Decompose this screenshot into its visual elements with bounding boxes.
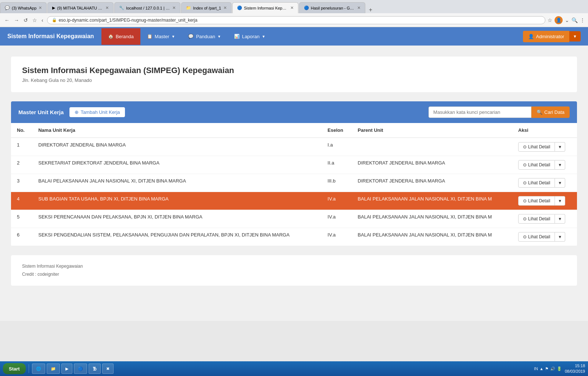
tab-icon: 📁 [186, 6, 191, 10]
tab-whatsapp[interactable]: 💬 (3) WhatsApp ✕ [0, 2, 47, 13]
tab-icon: 💬 [5, 6, 10, 10]
action-label: Lihat Detail [528, 144, 550, 149]
tab-close-icon[interactable]: ✕ [290, 6, 294, 10]
star-icon[interactable]: ☆ [548, 17, 552, 23]
address-bar: ← → ↺ ☆ ‹ 🔒 eso.ip-dynamic.com/part_1/SI… [0, 13, 588, 27]
app-navbar: Sistem Informasi Kepegawaian 🏠 Beranda 📋… [0, 27, 588, 46]
search-button[interactable]: 🔍 Cari Data [531, 106, 570, 118]
action-group: ⊙ Lihat Detail ▼ [518, 142, 571, 152]
footer-line2: Credit : codeigniter [22, 271, 566, 279]
tab-close-icon[interactable]: ✕ [39, 6, 42, 10]
tab-google[interactable]: 🔵 Hasil penelusuran - Google D... ✕ [299, 2, 365, 13]
new-tab-button[interactable]: + [366, 7, 375, 13]
tab-close-icon[interactable]: ✕ [172, 6, 176, 10]
cell-no: 1 [11, 138, 32, 156]
cell-no: 3 [11, 174, 32, 192]
lihat-detail-button[interactable]: ⊙ Lihat Detail [518, 178, 555, 188]
reload-button[interactable]: ↺ [22, 17, 29, 24]
user-icon[interactable]: 👤 [555, 16, 563, 24]
report-icon: 📊 [234, 34, 240, 39]
search-input[interactable] [429, 106, 531, 118]
action-dropdown-button[interactable]: ▼ [555, 160, 565, 170]
nav-item-master[interactable]: 📋 Master ▼ [140, 28, 182, 45]
cell-eselon: III.b [322, 174, 352, 192]
cell-aksi: ⊙ Lihat Detail ▼ [512, 138, 577, 156]
lihat-detail-button[interactable]: ⊙ Lihat Detail [518, 160, 555, 170]
bookmark-button[interactable]: ☆ [31, 17, 39, 24]
add-button-label: Tambah Unit Kerja [80, 109, 120, 115]
footer-line1: Sistem Informasi Kepegawaian [22, 263, 566, 271]
tab-index[interactable]: 📁 Index of /part_1 ✕ [181, 2, 231, 13]
tab-bar: 💬 (3) WhatsApp ✕ ▶ (9) MITHA TALAHATU - … [0, 0, 588, 13]
cell-parent: DIREKTORAT JENDERAL BINA MARGA [352, 174, 512, 192]
cell-aksi: ⊙ Lihat Detail ▼ [512, 228, 577, 246]
col-aksi: Aksi [512, 123, 577, 138]
nav-item-label: Master [155, 34, 169, 39]
tab-simpeg[interactable]: 🔵 Sistem Informasi Kepegawaia... ✕ [232, 2, 298, 13]
page-title: Sistem Informasi Kepegawaian (SIMPEG) Ke… [22, 66, 566, 75]
cell-eselon: II.a [322, 156, 352, 174]
nav-item-label: Panduan [196, 34, 215, 39]
home-icon: 🏠 [108, 34, 114, 39]
tab-close-icon[interactable]: ✕ [105, 6, 109, 10]
cell-parent: BALAI PELAKSANAAN JALAN NASIONAL XI, DIT… [352, 210, 512, 228]
cell-parent [352, 138, 512, 156]
table-row: 3 BALAI PELAKSANAAN JALAN NASIONAL XI, D… [11, 174, 577, 192]
lihat-detail-button[interactable]: ⊙ Lihat Detail [518, 142, 555, 152]
action-dropdown-button[interactable]: ▼ [555, 232, 565, 242]
cell-nama: DIREKTORAT JENDERAL BINA MARGA [32, 138, 322, 156]
action-dropdown-button[interactable]: ▼ [555, 214, 565, 224]
chevron-down-icon[interactable]: ⌄ [565, 17, 569, 23]
browser-actions: ☆ 👤 ⌄ 🔍 ⋮ [548, 16, 585, 24]
action-label: Lihat Detail [528, 162, 550, 167]
cell-eselon: I.a [322, 138, 352, 156]
action-label: Lihat Detail [528, 198, 550, 203]
col-no: No. [11, 123, 32, 138]
table-header-row: No. Nama Unit Kerja Eselon Parent Unit A… [11, 123, 577, 138]
lihat-detail-button[interactable]: ⊙ Lihat Detail [518, 214, 555, 224]
cell-no: 2 [11, 156, 32, 174]
table-row: 5 SEKSI PERENCANAAN DAN PELAKSANA, BPJN … [11, 210, 577, 228]
cell-no: 5 [11, 210, 32, 228]
cell-nama: SEKRETARIAT DIREKTORAT JENDERAL BINA MAR… [32, 156, 322, 174]
search-icon[interactable]: 🔍 [571, 17, 578, 23]
admin-button[interactable]: 👤 Administrator [523, 31, 570, 42]
cell-aksi: ⊙ Lihat Detail ▼ [512, 174, 577, 192]
tab-mitha[interactable]: ▶ (9) MITHA TALAHATU - R... ✕ [47, 2, 114, 13]
nav-item-panduan[interactable]: 💬 Panduan ▼ [182, 28, 227, 45]
cell-no: 6 [11, 228, 32, 246]
add-unit-kerja-button[interactable]: ⊕ Tambah Unit Kerja [69, 107, 125, 117]
nav-item-laporan[interactable]: 📊 Laporan ▼ [227, 28, 272, 45]
action-group: ⊙ Lihat Detail ▼ [518, 178, 571, 188]
menu-icon[interactable]: ⋮ [580, 17, 585, 23]
action-group: ⊙ Lihat Detail ▼ [518, 160, 571, 170]
action-group: ⊙ Lihat Detail ▼ [518, 196, 571, 206]
tab-phpmyadmin[interactable]: 🔧 localhost / 127.0.0.1 | phpMyA... ✕ [114, 2, 180, 13]
admin-dropdown-button[interactable]: ▼ [569, 31, 581, 41]
col-nama: Nama Unit Kerja [32, 123, 322, 138]
tab-close-icon[interactable]: ✕ [223, 6, 227, 10]
forward-button[interactable]: → [12, 17, 21, 24]
tab-icon: 🔵 [237, 6, 242, 10]
back2-button[interactable]: ‹ [40, 17, 45, 24]
lihat-detail-button[interactable]: ⊙ Lihat Detail [518, 232, 555, 242]
action-dropdown-button[interactable]: ▼ [555, 142, 565, 152]
page-footer: Sistem Informasi Kepegawaian Credit : co… [11, 255, 577, 286]
nav-item-beranda[interactable]: 🏠 Beranda [101, 28, 140, 45]
cell-parent: DIREKTORAT JENDERAL BINA MARGA [352, 156, 512, 174]
action-dropdown-button[interactable]: ▼ [555, 178, 565, 188]
action-dropdown-button[interactable]: ▼ [555, 196, 565, 206]
app-title: Sistem Informasi Kepegawaian [7, 33, 94, 40]
chat-icon: 💬 [188, 34, 194, 39]
eye-icon: ⊙ [523, 216, 527, 221]
lihat-detail-button[interactable]: ⊙ Lihat Detail [518, 196, 555, 206]
search-icon: 🔍 [537, 109, 542, 115]
user-icon: 👤 [528, 34, 534, 39]
nav-item-label: Laporan [242, 34, 259, 39]
address-input[interactable]: 🔒 eso.ip-dynamic.com/part_1/SIMPEG-nugnu… [47, 16, 545, 24]
tab-label: (3) WhatsApp [12, 6, 36, 10]
chevron-down-icon: ▼ [218, 35, 221, 39]
tab-icon: ▶ [52, 6, 55, 10]
tab-close-icon[interactable]: ✕ [357, 6, 361, 10]
back-button[interactable]: ← [3, 17, 11, 24]
